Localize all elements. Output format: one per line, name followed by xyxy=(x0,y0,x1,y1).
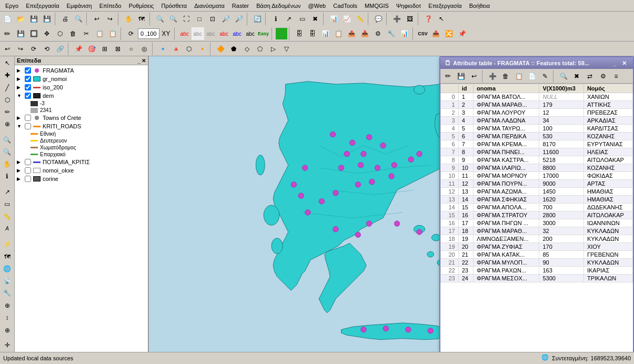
check-fragmata[interactable] xyxy=(25,67,31,74)
menu-cadtools[interactable]: CadTools xyxy=(330,2,360,10)
label2-btn[interactable]: abc xyxy=(192,27,204,40)
print-btn[interactable]: 🖨 xyxy=(59,13,72,25)
tip-btn[interactable]: 💬 xyxy=(372,13,385,25)
col-header-v[interactable]: V(X1000)m3 xyxy=(539,84,584,93)
zoom-out2-btn[interactable]: 🔍 xyxy=(1,146,14,158)
zoom-in2-btn[interactable]: 🔍 xyxy=(1,134,14,146)
table-row[interactable]: 18 19 ΛΙΜΝΟΔΕΞΑΜΕΝ... 200 ΚΥΚΛΑΔΩΝ xyxy=(441,235,633,243)
add-poly-btn[interactable]: ⬡ xyxy=(1,94,14,106)
table-row[interactable]: 14 15 ΦΡΑΓΜΑ ΑΠΟΛΑ... 700 ΔΩΔΕΚΑΝΗΣ xyxy=(441,204,633,211)
pan-map-btn[interactable]: 🗺 xyxy=(135,13,148,25)
refresh-btn[interactable]: 🔄 xyxy=(251,13,264,25)
move-feature-btn[interactable]: ✥ xyxy=(41,27,53,40)
db2-btn[interactable]: 🗄 xyxy=(306,27,319,40)
zoom-full-btn[interactable]: ⛶ xyxy=(180,13,193,25)
check-potamia[interactable] xyxy=(25,159,31,165)
zoom-in-map-btn[interactable]: 🔎 xyxy=(219,13,232,25)
snap12-btn[interactable]: 🔶 xyxy=(214,43,227,55)
menu-db[interactable]: Βάση Δεδομένων xyxy=(253,2,304,10)
menu-raster[interactable]: Raster xyxy=(229,2,252,10)
new-project-btn[interactable]: 📄 xyxy=(1,13,14,25)
db-btn[interactable]: 🗄 xyxy=(293,27,306,40)
menu-web[interactable]: @Web xyxy=(305,2,329,10)
menu-dianismata[interactable]: Διανύσματα xyxy=(191,2,228,10)
open-table-btn[interactable]: 📊 xyxy=(327,13,340,25)
table-row[interactable]: 2 3 ΦΡΑΓΜΑ ΛΟΥΡΟΥ 12 ΠΡΕΒΕΖΑΣ xyxy=(441,109,633,117)
layer-corine[interactable]: ▶ corine xyxy=(16,175,147,183)
db3-btn[interactable]: 📊 xyxy=(319,27,332,40)
rotate-btn[interactable]: ⟳ xyxy=(125,27,137,40)
edit-pencil-btn[interactable]: ✏ xyxy=(1,27,14,40)
expand-nomoi-okxe[interactable]: ▶ xyxy=(17,168,23,173)
snap5-btn[interactable]: ⊠ xyxy=(112,43,124,55)
identify-btn[interactable]: ℹ xyxy=(269,13,282,25)
redo-btn[interactable]: ↪ xyxy=(104,13,116,25)
attr-filter-btn[interactable]: ⚙ xyxy=(597,70,609,83)
attr-save-btn[interactable]: 💾 xyxy=(455,70,467,83)
attr-del-btn[interactable]: 🗑 xyxy=(499,70,512,83)
snap14-btn[interactable]: ◇ xyxy=(240,43,253,55)
db4-btn[interactable]: 📋 xyxy=(333,27,345,40)
xy-btn[interactable]: XY xyxy=(160,27,173,40)
save-as-btn[interactable]: 💾 xyxy=(41,13,53,25)
expand-gr-nomoi[interactable]: ▶ xyxy=(17,76,23,82)
table-row[interactable]: 12 13 ΦΡΑΓΜΑ ΑΖΩΜΑ... 1450 ΗΜΑΘΙΑΣ xyxy=(441,188,633,196)
check-nomoi-okxe[interactable] xyxy=(25,167,31,174)
label5-btn[interactable]: abc xyxy=(231,27,244,40)
attr-copy-btn[interactable]: 📋 xyxy=(512,70,525,83)
menu-epexergasia[interactable]: Επεξεργασία xyxy=(23,2,62,10)
label-btn[interactable]: A xyxy=(1,223,14,235)
snap15-btn[interactable]: ⬠ xyxy=(254,43,266,55)
layer-iso200[interactable]: ▶ iso_200 xyxy=(16,83,147,92)
cut-feat-btn[interactable]: ✂ xyxy=(80,27,93,40)
add-vec-btn[interactable]: ➕ xyxy=(390,13,403,25)
db7-btn[interactable]: ⚙ xyxy=(372,27,385,40)
col-header-id[interactable]: id xyxy=(458,84,473,93)
snap8-btn[interactable]: 🔹 xyxy=(156,43,169,55)
save-btn[interactable]: 💾 xyxy=(27,13,40,25)
zoom-sel-btn[interactable]: ⊡ xyxy=(206,13,219,25)
table-row[interactable]: 1 2 ΦΡΑΓΜΑ ΜΑΡΑΘ... 179 ΑΤΤΙΚΗΣ xyxy=(441,101,633,109)
snap4-btn[interactable]: ⊞ xyxy=(98,43,111,55)
snap16-btn[interactable]: ▷ xyxy=(267,43,279,55)
undo-btn[interactable]: ↩ xyxy=(90,13,103,25)
add-pt-btn[interactable]: ✚ xyxy=(1,69,14,81)
paste-feat-btn[interactable]: 📋 xyxy=(106,27,119,40)
table-row[interactable]: 9 10 ΦΡΑΓΜΑ ΙΛΑΡΙΩ... 8800 ΚΟΖΑΝΗΣ xyxy=(441,164,633,172)
zoom-layer-btn[interactable]: □ xyxy=(193,13,206,25)
table-row[interactable]: 3 4 ΦΡΑΓΜΑ ΛΑΔΩΝΑ 34 ΑΡΚΑΔΙΑΣ xyxy=(441,117,633,125)
snap17-btn[interactable]: ▽ xyxy=(280,43,293,55)
layer-fragmata[interactable]: ▶ FRAGMATA xyxy=(16,66,147,75)
check-kriti-roads[interactable] xyxy=(25,123,31,129)
menu-ergo[interactable]: Εργο xyxy=(2,2,22,10)
layer-nomoi-okxe[interactable]: ▶ nomoi_okxe xyxy=(16,166,147,175)
menu-epipedo[interactable]: Επίπεδο xyxy=(96,2,125,10)
add-feature-btn[interactable]: 🔲 xyxy=(27,27,40,40)
expand-fragmata[interactable]: ▶ xyxy=(17,68,23,73)
label4-btn[interactable]: abc xyxy=(218,27,230,40)
table-row[interactable]: 8 9 ΦΡΑΓΜΑ ΚΑΣΤΡΑ... 5218 ΑΙΤΩΛΟΑΚΑΡ xyxy=(441,156,633,164)
print-preview-btn[interactable]: 🔍 xyxy=(72,13,85,25)
select-rect-btn[interactable]: ▭ xyxy=(296,13,308,25)
table-row[interactable]: 22 23 ΦΡΑΓΜΑ ΡΑΧΩΝ... 163 ΙΚΑΡΙΑΣ xyxy=(441,267,633,275)
deselect-btn[interactable]: ✖ xyxy=(309,13,321,25)
snap7-btn[interactable]: ◎ xyxy=(138,43,150,55)
col-header-nomos[interactable]: Νομός xyxy=(583,84,632,93)
plugin3-btn[interactable]: 🌐 xyxy=(1,263,14,275)
measure-btn[interactable]: 📏 xyxy=(354,13,366,25)
snap-btn[interactable]: 🔗 xyxy=(54,43,66,55)
attr-edit-btn[interactable]: ✏ xyxy=(441,70,454,83)
collapse-btn[interactable]: ⊕ xyxy=(1,325,14,336)
help-btn[interactable]: ❓ xyxy=(422,13,435,25)
table-row[interactable]: 11 12 ΦΡΑΓΜΑ ΠΟΥΡΝ... 9000 ΑΡΤΑΣ xyxy=(441,180,633,188)
snap2-btn[interactable]: 📌 xyxy=(72,43,85,55)
identify2-btn[interactable]: ℹ xyxy=(1,170,14,182)
db6-btn[interactable]: 📥 xyxy=(359,27,371,40)
table-row[interactable]: 4 5 ΦΡΑΓΜΑ ΤΑΥΡΩ... 100 ΚΑΡΔΙΤΣΑΣ xyxy=(441,125,633,133)
layer-dem[interactable]: ▼ dem xyxy=(16,92,147,100)
cursor-btn[interactable]: ↖ xyxy=(435,13,448,25)
check-towns[interactable] xyxy=(25,115,31,121)
snap3-btn[interactable]: 🎯 xyxy=(85,43,98,55)
easy-btn[interactable]: Easy xyxy=(257,27,270,40)
coord-btn[interactable]: ✛ xyxy=(1,339,14,351)
